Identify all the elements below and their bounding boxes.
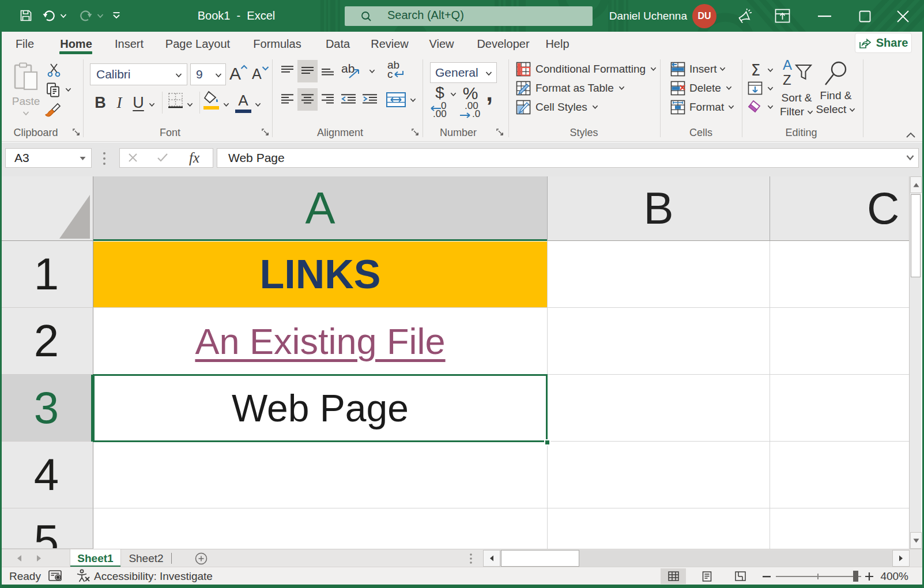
expand-formula-bar-button[interactable] <box>906 154 914 161</box>
formula-input[interactable]: Web Page <box>217 148 919 168</box>
autosum-dropdown[interactable] <box>767 67 774 73</box>
customize-quick-access-button[interactable] <box>112 12 121 20</box>
align-right-button[interactable] <box>319 89 337 110</box>
decrease-decimal-button[interactable]: .00 .0 <box>459 103 486 119</box>
view-page-layout-button[interactable] <box>694 568 719 584</box>
currency-dropdown[interactable] <box>450 92 457 97</box>
accessibility-status[interactable]: Accessibility: Investigate <box>94 570 213 583</box>
ribbon-display-options-button[interactable] <box>775 9 790 23</box>
scroll-up-button[interactable] <box>910 176 922 193</box>
bold-button[interactable]: B <box>92 94 108 115</box>
cell-styles-button[interactable]: Cell Styles <box>516 99 660 115</box>
insert-function-button[interactable]: fx <box>189 150 199 166</box>
name-box[interactable]: A3 <box>5 148 92 168</box>
selection-fill-handle[interactable] <box>544 439 550 446</box>
vertical-scrollbar[interactable] <box>909 176 921 549</box>
scroll-left-button[interactable] <box>483 550 500 567</box>
cell-a2[interactable]: An Existing File <box>93 308 547 374</box>
shrink-font-button[interactable]: A <box>252 66 269 85</box>
new-sheet-button[interactable] <box>195 552 208 565</box>
underline-dropdown[interactable] <box>149 102 155 107</box>
autosum-button[interactable]: Σ <box>748 62 764 79</box>
align-top-button[interactable] <box>278 61 296 81</box>
insert-cells-button[interactable]: Insert <box>670 61 740 77</box>
format-cells-dropdown[interactable] <box>728 104 734 110</box>
select-all-corner[interactable] <box>0 176 93 241</box>
macro-recording-button[interactable] <box>48 570 63 582</box>
merge-center-dropdown[interactable] <box>410 97 416 103</box>
fill-color-button[interactable] <box>203 91 220 110</box>
undo-dropdown[interactable] <box>60 13 67 18</box>
comma-format-button[interactable]: , <box>484 79 495 99</box>
sheet-nav-next[interactable] <box>36 555 42 562</box>
horizontal-scrollbar[interactable] <box>483 550 910 567</box>
minimize-button[interactable] <box>814 6 835 27</box>
maximize-button[interactable] <box>854 6 875 27</box>
formula-bar-drag-handle[interactable] <box>103 151 106 166</box>
wrap-text-button[interactable]: ab c <box>385 61 407 82</box>
account-name[interactable]: Daniel Uchenna <box>599 0 687 32</box>
font-name-combo[interactable]: Calibri <box>90 63 187 85</box>
format-painter-button[interactable] <box>44 101 63 118</box>
cell-a1[interactable]: LINKS <box>93 242 547 307</box>
share-button[interactable]: Share <box>855 33 912 53</box>
grow-font-button[interactable]: A <box>229 64 249 85</box>
tab-view[interactable]: View <box>422 32 461 56</box>
collapse-ribbon-button[interactable] <box>903 129 919 141</box>
borders-button[interactable] <box>168 93 183 108</box>
fill-dropdown[interactable] <box>767 86 774 91</box>
row-header-2[interactable]: 2 <box>0 308 93 375</box>
fill-button[interactable] <box>748 81 763 95</box>
tab-data[interactable]: Data <box>318 32 357 56</box>
conditional-formatting-button[interactable]: Conditional Formatting <box>516 61 660 77</box>
increase-indent-button[interactable] <box>360 89 379 110</box>
redo-button[interactable] <box>78 8 93 23</box>
enter-button[interactable] <box>157 153 168 162</box>
tab-page-layout[interactable]: Page Layout <box>163 32 233 56</box>
view-page-break-button[interactable] <box>727 568 753 584</box>
row-header-3[interactable]: 3 <box>0 375 93 442</box>
scroll-right-button[interactable] <box>892 550 910 567</box>
feedback-button[interactable] <box>737 8 753 24</box>
tab-formulas[interactable]: Formulas <box>248 32 307 56</box>
orientation-dropdown[interactable] <box>369 69 375 74</box>
number-dialog-launcher[interactable] <box>495 127 504 137</box>
cut-button[interactable] <box>46 63 62 77</box>
horizontal-scroll-thumb[interactable] <box>501 550 579 567</box>
italic-button[interactable]: I <box>112 94 127 115</box>
font-color-dropdown[interactable] <box>255 102 261 107</box>
decrease-indent-button[interactable] <box>339 89 358 110</box>
format-as-table-button[interactable]: Format as Table <box>516 80 660 96</box>
zoom-out-button[interactable] <box>762 572 771 581</box>
increase-decimal-button[interactable]: 0 .00 <box>430 103 457 119</box>
underline-button[interactable]: U <box>130 94 146 115</box>
zoom-level[interactable]: 400% <box>878 570 908 583</box>
clipboard-dialog-launcher[interactable] <box>71 127 81 137</box>
tab-review[interactable]: Review <box>364 32 415 56</box>
borders-dropdown[interactable] <box>187 102 193 107</box>
name-box-dropdown[interactable] <box>80 156 86 161</box>
align-left-button[interactable] <box>278 89 296 110</box>
find-select-button[interactable]: Find & Select <box>817 59 854 124</box>
sheet-tab-sheet2[interactable]: Sheet2 <box>121 549 171 567</box>
column-header-a[interactable]: A <box>93 176 547 241</box>
orientation-button[interactable]: ab <box>341 62 365 81</box>
zoom-slider-thumb[interactable] <box>853 571 858 582</box>
cell-a2-link[interactable]: An Existing File <box>195 321 445 362</box>
column-header-c[interactable]: C <box>770 176 909 241</box>
view-normal-button[interactable] <box>661 568 686 584</box>
cancel-button[interactable] <box>128 153 138 163</box>
redo-dropdown[interactable] <box>97 13 104 18</box>
alignment-dialog-launcher[interactable] <box>410 127 420 137</box>
scroll-down-button[interactable] <box>910 532 922 549</box>
sort-filter-button[interactable]: A Z Sort & Filter <box>779 59 814 124</box>
copy-dropdown[interactable] <box>65 87 71 92</box>
tab-insert[interactable]: Insert <box>110 32 149 56</box>
row-header-5[interactable]: 5 <box>0 508 93 549</box>
search-box[interactable]: Search (Alt+Q) <box>345 6 593 26</box>
tab-developer[interactable]: Developer <box>472 32 535 56</box>
accessibility-checker-button[interactable] <box>76 569 90 583</box>
row-header-1[interactable]: 1 <box>0 241 93 308</box>
fill-color-dropdown[interactable] <box>223 102 229 107</box>
vertical-scroll-thumb[interactable] <box>911 194 921 277</box>
